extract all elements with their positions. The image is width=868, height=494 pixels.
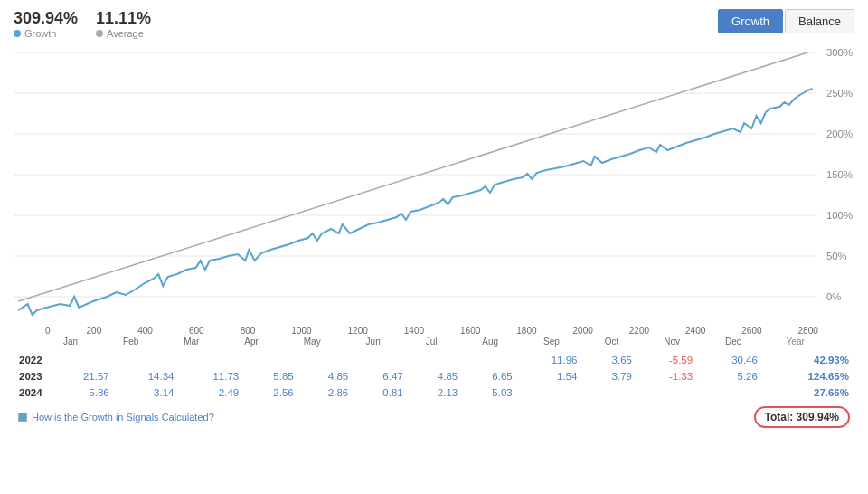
average-label: Average bbox=[96, 28, 151, 39]
x-axis-numbers: 0 200 400 600 800 1000 1200 1400 1600 18… bbox=[14, 326, 854, 336]
growth-label: Growth bbox=[14, 28, 78, 39]
footer: How is the Growth in Signals Calculated?… bbox=[14, 406, 854, 428]
growth-dot bbox=[14, 30, 21, 37]
header: 309.94% Growth 11.11% Average Growth Bal… bbox=[14, 9, 854, 39]
svg-line-14 bbox=[18, 52, 807, 301]
svg-text:200%: 200% bbox=[826, 128, 853, 139]
year-cell: 2022 bbox=[14, 352, 50, 368]
legend-icon bbox=[18, 413, 27, 422]
average-value: 11.11% bbox=[96, 9, 151, 28]
data-table: 2022 11.96 3.65 -5.59 30.46 42.93% 2023 … bbox=[14, 352, 854, 401]
footer-left: How is the Growth in Signals Calculated? bbox=[18, 412, 214, 423]
growth-stat: 309.94% Growth bbox=[14, 9, 78, 39]
total-display: Total: 309.94% bbox=[754, 406, 850, 428]
chart-svg: 300% 250% 200% 150% 100% 50% 0% bbox=[14, 43, 854, 324]
table-row: 2022 11.96 3.65 -5.59 30.46 42.93% bbox=[14, 352, 854, 368]
chart-container: 300% 250% 200% 150% 100% 50% 0% bbox=[14, 43, 854, 324]
x-axis-months: Jan Feb Mar Apr May Jun Jul Aug Sep Oct … bbox=[14, 337, 854, 347]
toggle-buttons: Growth Balance bbox=[718, 9, 854, 33]
balance-button[interactable]: Balance bbox=[785, 9, 854, 33]
growth-explanation-link[interactable]: How is the Growth in Signals Calculated? bbox=[32, 412, 214, 423]
header-left: 309.94% Growth 11.11% Average bbox=[14, 9, 151, 39]
svg-text:100%: 100% bbox=[826, 210, 853, 221]
svg-text:300%: 300% bbox=[826, 47, 853, 58]
svg-text:50%: 50% bbox=[826, 251, 847, 261]
table-row: 2024 5.86 3.14 2.49 2.56 2.86 0.81 2.13 … bbox=[14, 385, 854, 401]
main-container: 309.94% Growth 11.11% Average Growth Bal… bbox=[0, 0, 868, 494]
svg-text:150%: 150% bbox=[826, 169, 853, 180]
average-stat: 11.11% Average bbox=[96, 9, 151, 39]
chart-area: 300% 250% 200% 150% 100% 50% 0% bbox=[14, 43, 854, 324]
year-cell: 2024 bbox=[14, 385, 50, 401]
year-cell: 2023 bbox=[14, 368, 50, 385]
average-dot bbox=[96, 30, 103, 37]
table-row: 2023 21.57 14.34 11.73 5.85 4.85 6.47 4.… bbox=[14, 368, 854, 385]
growth-value: 309.94% bbox=[14, 9, 78, 28]
growth-button[interactable]: Growth bbox=[718, 9, 783, 33]
svg-text:0%: 0% bbox=[826, 291, 841, 302]
svg-text:250%: 250% bbox=[826, 88, 853, 99]
